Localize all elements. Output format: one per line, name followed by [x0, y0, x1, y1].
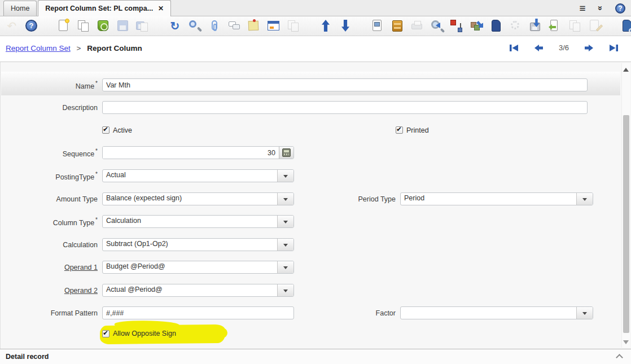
export-icon[interactable] — [528, 19, 543, 33]
column-type-label: Column Type — [1, 217, 98, 227]
file-import-icon[interactable] — [548, 19, 563, 33]
record-position: 3/6 — [559, 43, 569, 52]
operand-1-label-link[interactable]: Operand 1 — [1, 264, 98, 271]
description-label: Description — [1, 104, 98, 112]
detail-record-label: Detail record — [6, 353, 49, 361]
scroll-up-icon[interactable] — [623, 68, 629, 72]
name-label: Name — [1, 80, 98, 90]
description-input[interactable] — [102, 101, 588, 114]
form-area: Name Description Active Printed Sequence — [0, 62, 631, 349]
operand-1-select[interactable]: Budget @Period@ — [102, 261, 294, 274]
factor-label: Factor — [300, 309, 396, 317]
printed-checkbox[interactable] — [396, 126, 403, 134]
report-icon[interactable] — [370, 19, 385, 33]
operand-2-select[interactable]: Actual @Period@ — [102, 284, 294, 297]
toolbar: ↶?↻ — [0, 16, 631, 36]
posting-type-label: PostingType — [1, 171, 98, 181]
expand-detail-icon[interactable] — [616, 354, 623, 361]
csv-import-icon — [568, 19, 582, 33]
chat-icon[interactable] — [227, 19, 242, 33]
sequence-field — [102, 146, 294, 159]
tab-home-label: Home — [11, 5, 29, 12]
quick-form-icon — [588, 19, 602, 33]
calculator-icon[interactable] — [279, 147, 293, 159]
undo-icon: ↶ — [5, 19, 19, 33]
sequence-input[interactable] — [103, 147, 279, 159]
amount-type-value: Balance (expected sign) — [103, 193, 277, 205]
chevron-down-icon[interactable] — [277, 239, 293, 251]
operand-2-label-link[interactable]: Operand 2 — [1, 287, 98, 295]
requests-icon[interactable] — [489, 19, 503, 33]
name-input[interactable] — [102, 78, 588, 91]
chevron-down-icon[interactable] — [277, 170, 293, 182]
active-label: Active — [113, 126, 132, 134]
column-type-select[interactable]: Calculation — [102, 215, 294, 228]
format-pattern-input[interactable] — [102, 306, 294, 319]
posting-type-value: Actual — [103, 170, 277, 182]
zoom-across-icon[interactable] — [469, 19, 484, 33]
tab-list-menu-icon[interactable]: ≡ — [580, 3, 586, 14]
breadcrumb-row: Report Column Set > Report Column 3/6 — [0, 36, 631, 62]
chevron-down-icon[interactable] — [277, 216, 293, 227]
first-record-icon[interactable] — [509, 44, 519, 52]
help-icon[interactable]: ? — [615, 3, 625, 14]
save-create-icon — [135, 19, 150, 33]
last-record-icon[interactable] — [609, 44, 619, 52]
chevron-down-icon[interactable] — [277, 284, 293, 296]
breadcrumb-separator: > — [77, 44, 81, 52]
operand-2-value: Actual @Period@ — [103, 284, 277, 296]
collapse-tabs-icon[interactable]: » — [595, 6, 605, 10]
printed-label: Printed — [406, 126, 429, 134]
product-info-icon[interactable] — [620, 19, 631, 33]
period-type-select[interactable]: Period — [400, 192, 593, 205]
close-icon[interactable]: ✕ — [158, 5, 164, 12]
column-type-value: Calculation — [103, 216, 277, 227]
tab-home[interactable]: Home — [3, 1, 37, 16]
refresh-icon[interactable]: ↻ — [168, 19, 182, 33]
new-record-icon[interactable] — [56, 19, 71, 33]
chevron-down-icon[interactable] — [277, 261, 293, 273]
record-navigation: 3/6 — [509, 43, 619, 52]
breadcrumb-parent-link[interactable]: Report Column Set — [6, 44, 71, 52]
previous-record-icon[interactable] — [318, 19, 333, 33]
attachment-icon[interactable] — [207, 19, 222, 33]
workflow-icon[interactable] — [449, 19, 464, 33]
tab-report-column-set[interactable]: Report Column Set: PL compa... ✕ — [38, 0, 171, 16]
posting-type-select[interactable]: Actual — [102, 169, 294, 182]
detail-record-bar: Detail record — [0, 349, 631, 364]
calculation-value: Subtract (Op1-Op2) — [103, 239, 277, 251]
help-icon[interactable]: ? — [24, 19, 39, 33]
next-record-icon[interactable] — [584, 44, 594, 52]
scrollbar-thumb[interactable] — [623, 115, 629, 333]
active-checkbox[interactable] — [102, 126, 109, 134]
archive-icon[interactable] — [390, 19, 405, 33]
find-icon[interactable] — [187, 19, 202, 33]
calculation-label: Calculation — [1, 241, 98, 249]
delete-record-icon[interactable] — [96, 19, 111, 33]
allow-opposite-sign-checkbox[interactable] — [102, 330, 109, 337]
period-type-value: Period — [401, 193, 576, 205]
chevron-down-icon[interactable] — [277, 193, 293, 205]
chevron-down-icon[interactable] — [576, 307, 593, 319]
format-pattern-label: Format Pattern — [1, 309, 98, 317]
next-record-icon[interactable] — [338, 19, 353, 33]
factor-select[interactable] — [400, 306, 593, 319]
calculation-select[interactable]: Subtract (Op1-Op2) — [102, 238, 294, 251]
note-icon[interactable] — [247, 19, 261, 33]
grid-toggle-icon[interactable] — [266, 19, 281, 33]
previous-record-icon[interactable] — [534, 44, 544, 52]
tab-bar-controls: ≡ » ? — [580, 0, 625, 16]
save-icon — [116, 19, 130, 33]
operand-1-value: Budget @Period@ — [103, 261, 277, 273]
amount-type-label: Amount Type — [1, 195, 98, 203]
parent-record-icon — [286, 19, 301, 33]
chevron-down-icon[interactable] — [576, 193, 593, 205]
scroll-down-icon[interactable] — [623, 340, 629, 344]
copy-record-icon[interactable] — [76, 19, 91, 33]
amount-type-select[interactable]: Balance (expected sign) — [102, 192, 294, 205]
factor-value — [401, 307, 576, 319]
breadcrumb: Report Column Set > Report Column — [6, 44, 142, 52]
vertical-scrollbar[interactable] — [621, 63, 630, 348]
print-preview-icon[interactable] — [430, 19, 444, 33]
tab-bar: Home Report Column Set: PL compa... ✕ ≡ … — [0, 0, 631, 16]
